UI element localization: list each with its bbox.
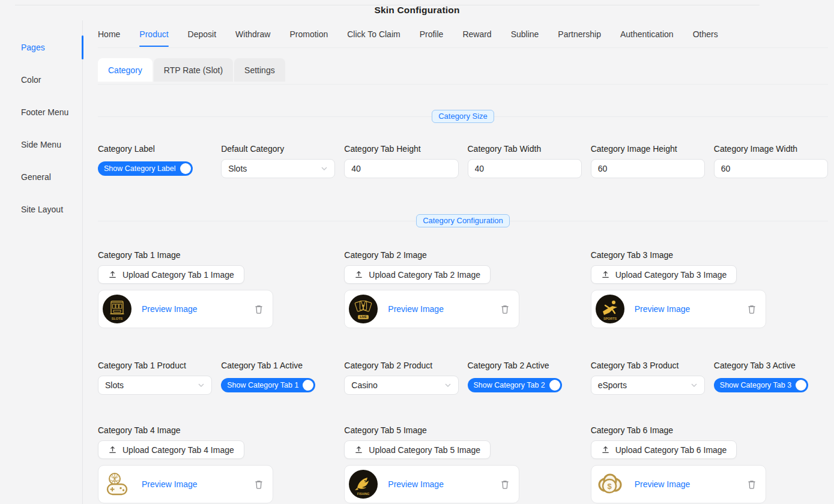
svg-text:SPORTS: SPORTS (603, 317, 617, 320)
sports-preview-icon: SPORTS (596, 295, 624, 323)
sidebar-item-footer-menu[interactable]: Footer Menu (0, 96, 82, 128)
svg-text:$: $ (607, 482, 612, 491)
fishing-preview-icon: FISHING (349, 470, 378, 499)
trash-icon[interactable] (500, 304, 510, 314)
tab-product[interactable]: Product (139, 22, 168, 46)
toggle-knob (549, 380, 560, 391)
sidebar-item-color[interactable]: Color (0, 64, 82, 96)
sidebar: Pages Color Footer Menu Side Menu Genera… (0, 20, 83, 504)
product-sub-tabs: Category RTP Rate (Slot) Settings (98, 58, 828, 82)
svg-text:SLOTS: SLOTS (112, 317, 123, 320)
preview-image-link[interactable]: Preview Image (142, 479, 198, 489)
main-content: Home Product Deposit Withdraw Promotion … (83, 20, 834, 504)
tab-home[interactable]: Home (98, 22, 120, 46)
category-tab-height-input[interactable] (344, 159, 458, 178)
category-tab-6-preview-card: $ Preview Image (591, 465, 766, 503)
svg-text:FISHING: FISHING (357, 492, 369, 496)
preview-image-link[interactable]: Preview Image (142, 304, 198, 314)
field-category-image-width: Category Image Width (714, 143, 828, 178)
esports-preview-icon (103, 470, 131, 499)
upload-category-tab-4-button[interactable]: Upload Category Tab 4 Image (98, 440, 244, 459)
field-category-tab-3-active: Category Tab 3 Active Show Category Tab … (714, 359, 828, 395)
tab-deposit[interactable]: Deposit (188, 22, 216, 46)
trash-icon[interactable] (747, 304, 757, 314)
category-tab-3-image-block: Category Tab 3 Image Upload Category Tab… (591, 249, 828, 328)
sidebar-item-pages[interactable]: Pages (0, 31, 82, 64)
trash-icon[interactable] (747, 479, 757, 490)
category-configuration-badge: Category Configuration (416, 214, 510, 227)
upload-icon (601, 270, 610, 279)
upload-category-tab-6-button[interactable]: Upload Category Tab 6 Image (591, 440, 737, 459)
subtab-category[interactable]: Category (98, 58, 153, 82)
preview-image-link[interactable]: Preview Image (388, 304, 444, 314)
field-category-tab-width: Category Tab Width (468, 143, 582, 178)
tab-promotion[interactable]: Promotion (289, 22, 328, 46)
show-category-label-toggle[interactable]: Show Category Label (98, 161, 193, 176)
upload-icon (354, 270, 363, 279)
field-category-tab-3-product: Category Tab 3 Product eSports (591, 359, 705, 395)
live-casino-preview-icon: LIVE (349, 295, 378, 323)
toggle-knob (303, 380, 313, 391)
trash-icon[interactable] (254, 304, 264, 314)
upload-category-tab-3-button[interactable]: Upload Category Tab 3 Image (591, 265, 737, 284)
chevron-down-icon (321, 165, 328, 172)
category-image-height-input[interactable] (591, 159, 705, 178)
toggle-knob (180, 163, 191, 174)
trash-icon[interactable] (254, 479, 264, 490)
show-category-tab-2-toggle[interactable]: Show Category Tab 2 (468, 378, 562, 392)
category-tab-width-input[interactable] (468, 159, 582, 178)
trash-icon[interactable] (500, 479, 510, 490)
chevron-down-icon (444, 382, 452, 389)
sidebar-item-side-menu[interactable]: Side Menu (0, 128, 82, 161)
tab-reward[interactable]: Reward (462, 22, 491, 46)
sidebar-item-general[interactable]: General (0, 161, 82, 193)
chevron-down-icon (690, 382, 698, 389)
preview-image-link[interactable]: Preview Image (388, 479, 444, 489)
subtab-settings[interactable]: Settings (234, 58, 285, 82)
toggle-knob (796, 380, 806, 391)
subtab-divider (98, 84, 828, 85)
category-size-fields: Category Label Show Category Label Defau… (98, 143, 828, 178)
svg-text:LIVE: LIVE (360, 315, 367, 319)
sidebar-item-site-layout[interactable]: Site Layout (0, 193, 82, 226)
subtab-rtp-rate[interactable]: RTP Rate (Slot) (154, 58, 233, 82)
preview-image-link[interactable]: Preview Image (635, 304, 690, 314)
show-category-tab-3-toggle[interactable]: Show Category Tab 3 (714, 378, 808, 392)
category-tab-1-product-select[interactable]: Slots (98, 376, 212, 395)
show-category-tab-1-toggle[interactable]: Show Category Tab 1 (221, 378, 315, 392)
category-tab-3-product-select[interactable]: eSports (591, 376, 705, 395)
category-tab-image-row-2: Category Tab 4 Image Upload Category Tab… (98, 424, 828, 503)
upload-icon (601, 445, 610, 454)
field-category-image-height: Category Image Height (591, 143, 705, 178)
tab-profile[interactable]: Profile (420, 22, 444, 46)
coins-preview-icon: $ (596, 470, 624, 499)
page-nav-tabs: Home Product Deposit Withdraw Promotion … (98, 20, 828, 48)
preview-image-link[interactable]: Preview Image (635, 479, 690, 489)
category-image-width-input[interactable] (714, 159, 828, 178)
category-tab-2-image-block: Category Tab 2 Image Upload Category Tab… (344, 249, 581, 328)
tab-withdraw[interactable]: Withdraw (235, 22, 270, 46)
category-tab-6-image-block: Category Tab 6 Image Upload Category Tab… (591, 424, 828, 503)
upload-category-tab-1-button[interactable]: Upload Category Tab 1 Image (98, 265, 244, 284)
category-tab-2-product-select[interactable]: Casino (344, 376, 458, 395)
upload-icon (108, 445, 117, 454)
tab-authentication[interactable]: Authentication (620, 22, 674, 46)
tab-click-to-claim[interactable]: Click To Claim (347, 22, 400, 46)
field-category-tab-height: Category Tab Height (344, 143, 458, 178)
category-size-badge: Category Size (432, 110, 494, 123)
field-category-label: Category Label Show Category Label (98, 143, 212, 178)
default-category-select[interactable]: Slots (221, 159, 335, 178)
category-tab-image-row-1: Category Tab 1 Image Upload Category Tab… (98, 249, 828, 328)
category-tab-3-preview-card: SPORTS Preview Image (591, 290, 766, 328)
slots-preview-icon: SLOTS (103, 295, 131, 323)
upload-category-tab-2-button[interactable]: Upload Category Tab 2 Image (344, 265, 491, 284)
category-tab-2-preview-card: LIVE Preview Image (344, 290, 519, 328)
tab-subline[interactable]: Subline (511, 22, 539, 46)
category-tab-4-image-block: Category Tab 4 Image Upload Category Tab… (98, 424, 335, 503)
upload-category-tab-5-button[interactable]: Upload Category Tab 5 Image (344, 440, 491, 459)
page-header: Skin Configuration (0, 0, 834, 20)
category-tab-product-row: Category Tab 1 Product Slots Category Ta… (98, 359, 828, 395)
field-category-tab-2-active: Category Tab 2 Active Show Category Tab … (468, 359, 582, 395)
tab-others[interactable]: Others (693, 22, 718, 46)
tab-partnership[interactable]: Partnership (558, 22, 601, 46)
